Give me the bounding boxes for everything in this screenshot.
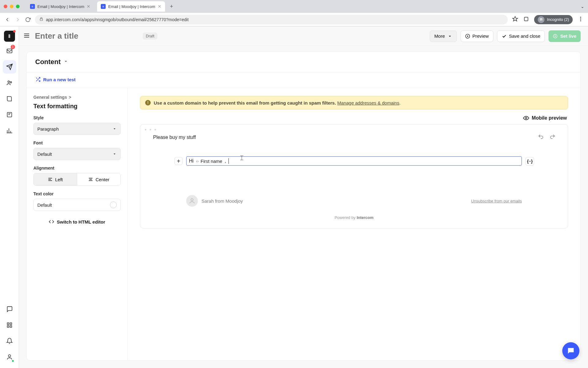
sidebar-toggle-icon[interactable] — [23, 32, 30, 40]
more-menu-button[interactable]: More — [430, 30, 457, 42]
incognito-chip[interactable]: Incognito (2) — [534, 15, 573, 24]
manage-domains-link[interactable]: Manage addresses & domains — [337, 100, 399, 105]
browser-menu-icon[interactable] — [578, 16, 584, 23]
style-value: Paragraph — [37, 126, 59, 132]
preview-button[interactable]: Preview — [461, 30, 493, 42]
message-title-input[interactable] — [34, 31, 138, 41]
color-swatch-icon — [110, 201, 117, 208]
save-close-button[interactable]: Save and close — [497, 30, 545, 42]
warning-icon: ! — [145, 100, 151, 105]
svg-point-6 — [580, 20, 581, 21]
close-tab-icon[interactable]: ✕ — [87, 4, 90, 9]
font-select[interactable]: Default — [33, 148, 121, 160]
intercom-launcher[interactable] — [562, 342, 579, 359]
variable-label: First name — [201, 159, 222, 164]
rail-operator[interactable] — [3, 108, 16, 121]
sender-avatar-icon — [186, 195, 198, 207]
drag-handle-icon[interactable]: ● ● ● — [140, 125, 568, 131]
save-label: Save and close — [509, 33, 541, 39]
extensions-icon[interactable] — [523, 16, 529, 23]
mobile-preview-toggle[interactable]: Mobile preview — [141, 115, 567, 121]
address-bar: app.intercom.com/a/apps/nnsgmgob/outboun… — [0, 13, 588, 26]
svg-point-4 — [580, 17, 581, 17]
rail-messenger[interactable] — [3, 302, 16, 316]
align-center-button[interactable]: Center — [77, 173, 120, 186]
breadcrumb[interactable]: General settings > — [33, 95, 121, 100]
minimize-window-icon[interactable] — [10, 5, 13, 8]
shuffle-icon — [35, 77, 41, 82]
text-cursor-icon: ⌶ — [240, 155, 243, 161]
close-tab-icon[interactable]: ✕ — [158, 4, 161, 9]
svg-rect-14 — [10, 326, 12, 328]
subject-input[interactable] — [153, 134, 538, 140]
nav-rail: ⫴ 1 — [0, 26, 19, 368]
reload-button[interactable] — [25, 17, 31, 22]
app-root: ⫴ 1 — [0, 26, 588, 368]
settings-sidebar: General settings > Text formatting Style… — [27, 88, 128, 360]
rail-notifications[interactable] — [3, 334, 16, 348]
content-section-header[interactable]: Content — [27, 52, 580, 72]
intercom-favicon-icon: ≡ — [101, 4, 106, 9]
set-live-button[interactable]: Set live — [548, 30, 581, 42]
email-body: + Hi ‹› First name , ⌶ — [186, 145, 522, 177]
forward-button[interactable] — [15, 17, 21, 23]
alignment-segmented: Left Center — [33, 173, 121, 186]
run-test-label: Run a new test — [43, 77, 76, 82]
rail-reports[interactable] — [3, 124, 16, 137]
messenger-icon — [567, 347, 575, 355]
svg-rect-0 — [40, 19, 43, 21]
back-button[interactable] — [4, 17, 10, 23]
text-color-field: Text color Default — [33, 191, 121, 211]
alignment-label: Alignment — [33, 166, 121, 171]
rail-profile[interactable] — [3, 350, 16, 364]
style-select[interactable]: Paragraph — [33, 123, 121, 135]
tab-title: Email | Moodjoy | Intercom — [37, 4, 84, 9]
insert-variable-button[interactable]: {··} — [526, 157, 534, 166]
warning-text: Use a custom domain to help prevent this… — [154, 100, 336, 105]
svg-rect-7 — [7, 49, 12, 53]
svg-point-2 — [540, 19, 541, 20]
svg-point-8 — [8, 81, 9, 83]
rail-inbox[interactable]: 1 — [3, 44, 16, 58]
spam-warning-banner: ! Use a custom domain to help prevent th… — [140, 96, 568, 109]
url-input[interactable]: app.intercom.com/a/apps/nnsgmgob/outboun… — [35, 15, 508, 25]
chevron-down-icon — [112, 127, 117, 131]
tab-overflow-icon[interactable]: ⌄ — [581, 4, 584, 9]
eye-icon — [523, 115, 529, 121]
text-color-select[interactable]: Default — [33, 199, 121, 211]
add-block-button[interactable]: + — [175, 157, 183, 165]
incognito-icon — [538, 16, 545, 23]
browser-tab-2[interactable]: ≡ Email | Moodjoy | Intercom ✕ — [97, 1, 165, 12]
body-text-input[interactable]: Hi ‹› First name , ⌶ — [186, 156, 522, 166]
style-field: Style Paragraph — [33, 115, 121, 135]
close-window-icon[interactable] — [4, 5, 7, 8]
powered-prefix: Powered by — [334, 215, 356, 220]
undo-icon — [538, 134, 544, 140]
font-field: Font Default — [33, 140, 121, 160]
undo-button[interactable] — [538, 134, 544, 141]
lock-icon — [39, 17, 43, 22]
bookmark-icon[interactable] — [512, 16, 518, 23]
url-text: app.intercom.com/a/apps/nnsgmgob/outboun… — [46, 17, 189, 22]
new-tab-button[interactable]: + — [168, 3, 175, 10]
play-icon — [465, 34, 470, 39]
intercom-logo-icon[interactable]: ⫴ — [4, 31, 15, 42]
switch-html-button[interactable]: Switch to HTML editor — [33, 219, 121, 224]
set-live-label: Set live — [560, 33, 576, 39]
run-test-link[interactable]: Run a new test — [35, 77, 76, 82]
check-icon — [502, 34, 507, 39]
variable-chip[interactable]: ‹› First name — [195, 159, 224, 164]
svg-point-3 — [541, 19, 542, 20]
browser-tab-1[interactable]: ≡ Email | Moodjoy | Intercom ✕ — [26, 1, 94, 12]
redo-button[interactable] — [549, 134, 556, 141]
workspace-body: General settings > Text formatting Style… — [27, 88, 580, 360]
align-left-button[interactable]: Left — [34, 173, 77, 186]
rail-articles[interactable] — [3, 92, 16, 105]
maximize-window-icon[interactable] — [16, 5, 20, 8]
code-icon — [49, 219, 54, 224]
rail-apps[interactable] — [3, 318, 16, 332]
rail-outbound[interactable] — [3, 60, 16, 74]
rail-contacts[interactable] — [3, 76, 16, 90]
alignment-field: Alignment Left Center — [33, 166, 121, 186]
unsubscribe-link[interactable]: Unsubscribe from our emails — [471, 199, 522, 203]
